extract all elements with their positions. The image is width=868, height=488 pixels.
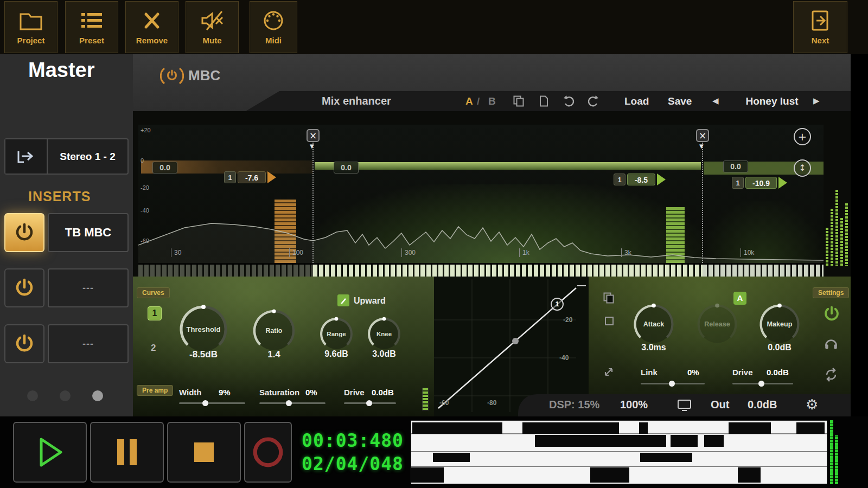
solo-headphones-icon[interactable] — [824, 336, 839, 350]
makeup-knob[interactable]: Makeup — [757, 301, 802, 347]
insert-2-name-button[interactable]: --- — [48, 268, 129, 307]
curve-expand-icon[interactable] — [603, 366, 615, 378]
ab-compare-a[interactable]: A — [465, 91, 473, 111]
insert-1-power-button[interactable] — [4, 213, 44, 252]
loop-sync-icon[interactable] — [824, 368, 839, 382]
high-band-threshold[interactable]: 1 -10.9 — [732, 177, 787, 189]
mute-button[interactable]: Mute — [186, 1, 239, 53]
save-button[interactable]: Save — [668, 91, 692, 111]
insert-3-power-button[interactable] — [4, 324, 44, 363]
keyboard-low-section — [138, 265, 313, 277]
load-button[interactable]: Load — [624, 91, 649, 111]
saturation-slider[interactable] — [259, 402, 326, 404]
attack-knob[interactable]: Attack — [631, 301, 676, 347]
curve-point[interactable] — [512, 338, 519, 344]
threshold-knob[interactable]: Threshold — [176, 302, 231, 356]
page-dot-1[interactable] — [27, 390, 38, 401]
keyboard-high-section — [703, 265, 824, 277]
band-power-icon[interactable] — [823, 305, 840, 323]
insert-3-name-button[interactable]: --- — [48, 324, 129, 363]
low-threshold-arrow-icon — [267, 171, 276, 183]
svg-text:1: 1 — [556, 300, 559, 308]
pause-button[interactable] — [90, 422, 164, 483]
next-button[interactable]: Next — [793, 1, 847, 53]
saturation-slider-handle[interactable] — [286, 400, 292, 406]
preset-name[interactable]: Honey lust — [737, 91, 807, 111]
high-band-gain-value[interactable]: 0.0 — [723, 160, 748, 172]
copy-icon[interactable] — [513, 95, 525, 107]
release-knob[interactable]: Release — [694, 301, 740, 347]
width-slider[interactable] — [179, 402, 245, 404]
mid-band-gain-value[interactable]: 0.0 — [334, 162, 359, 174]
width-label: Width — [179, 388, 202, 397]
insert-1-name-button[interactable]: TB MBC — [48, 213, 129, 252]
gear-icon[interactable]: ⚙ — [806, 396, 818, 413]
plugin-power-icon[interactable] — [160, 66, 184, 86]
crossover-handle-1[interactable]: × — [307, 129, 320, 142]
curve-copy-icon[interactable] — [603, 292, 615, 304]
play-icon — [34, 435, 66, 470]
ui-scale[interactable]: 100% — [620, 399, 648, 411]
remove-x-icon — [140, 9, 164, 32]
stop-button[interactable] — [167, 422, 241, 483]
compression-curve-graph[interactable]: 1 -20 -40 -60 -80 — [434, 279, 589, 412]
ratio-knob[interactable]: Ratio — [250, 307, 298, 355]
prev-preset-button[interactable]: ◀ — [712, 91, 719, 111]
plugin-status-bar: DSP: 15% 100% Out 0.0dB ⚙ — [518, 394, 851, 416]
next-preset-button[interactable]: ▶ — [813, 91, 820, 111]
project-button[interactable]: Project — [4, 1, 58, 53]
midi-button[interactable]: Midi — [250, 1, 297, 53]
range-knob[interactable]: Range — [318, 316, 355, 352]
output-select[interactable]: Stereo 1 - 2 — [4, 138, 129, 175]
svg-text:-60: -60 — [439, 399, 449, 407]
range-value: 9.6dB — [312, 349, 361, 359]
play-button[interactable] — [13, 422, 87, 483]
out-gain-value[interactable]: 0.0dB — [748, 399, 777, 411]
mid-band-threshold[interactable]: 1 -8.5 — [614, 174, 666, 185]
record-icon — [251, 435, 285, 469]
tab-preamp[interactable]: Pre amp — [137, 385, 173, 396]
spectrum-analyzer: × ▼ × ▼ +20 0 -20 -40 -60 30 100 300 1k … — [138, 125, 824, 263]
band-range-button[interactable]: ↕ — [794, 159, 811, 177]
add-band-button[interactable]: + — [794, 128, 811, 145]
insert-2-power-button[interactable] — [4, 268, 44, 307]
paste-icon[interactable] — [538, 95, 550, 107]
insert-slot-2: --- — [4, 268, 129, 307]
piano-keyboard-strip[interactable] — [138, 264, 824, 276]
knee-knob[interactable]: Knee — [366, 316, 403, 352]
low-band-threshold[interactable]: 1 -7.6 — [224, 171, 276, 183]
low-band-gain-value[interactable]: 0.0 — [152, 162, 177, 174]
app-screen: Project Preset Remove Mute — [0, 0, 868, 488]
plugin-panel: MBC Mix enhancer A / B — [133, 54, 851, 416]
output-route-icon — [5, 139, 48, 174]
crossover-handle-2[interactable]: × — [696, 129, 709, 142]
redo-icon[interactable] — [586, 95, 599, 107]
knee-value: 3.0dB — [360, 349, 409, 359]
preset-button[interactable]: Preset — [65, 1, 118, 53]
remove-button[interactable]: Remove — [125, 1, 178, 53]
record-button[interactable] — [244, 422, 292, 483]
tab-settings[interactable]: Settings — [813, 287, 849, 298]
display-icon[interactable] — [677, 399, 692, 412]
plugin-preset-bar: Mix enhancer A / B — [246, 91, 851, 111]
undo-icon[interactable] — [563, 95, 576, 107]
drive-slider-handle[interactable] — [758, 381, 764, 387]
width-slider-handle[interactable] — [202, 400, 208, 406]
low-band-threshold-value: -7.6 — [238, 171, 266, 183]
tab-curves[interactable]: Curves — [137, 287, 170, 298]
preamp-drive-slider-handle[interactable] — [366, 400, 372, 406]
high-band-threshold-value: -10.9 — [745, 177, 777, 189]
position-value: 02/04/048 — [302, 453, 404, 474]
band-select-1[interactable]: 1 — [148, 306, 162, 320]
stop-icon — [189, 437, 219, 467]
link-slider-handle[interactable] — [669, 381, 675, 387]
upward-checkbox[interactable] — [337, 294, 349, 306]
band-select-2[interactable]: 2 — [151, 343, 156, 354]
insert-slot-3: --- — [4, 324, 129, 363]
page-dot-2[interactable] — [60, 390, 71, 401]
page-dot-3[interactable] — [92, 390, 103, 401]
song-overview[interactable] — [411, 420, 827, 484]
curve-paste-icon[interactable] — [604, 316, 615, 326]
db-label: 0 — [141, 157, 144, 164]
ab-compare-b[interactable]: B — [488, 91, 496, 111]
